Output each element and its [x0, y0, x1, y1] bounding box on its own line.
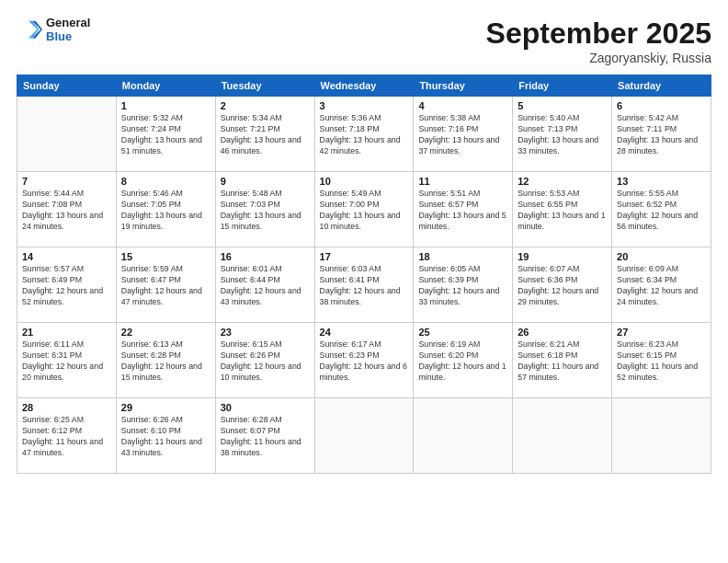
day-info: Sunrise: 6:01 AM Sunset: 6:44 PM Dayligh…	[221, 264, 310, 308]
calendar-cell: 3Sunrise: 5:36 AM Sunset: 7:18 PM Daylig…	[314, 97, 414, 172]
calendar-cell: 28Sunrise: 6:25 AM Sunset: 6:12 PM Dayli…	[17, 398, 117, 474]
calendar-cell: 15Sunrise: 5:59 AM Sunset: 6:47 PM Dayli…	[116, 247, 215, 323]
day-info: Sunrise: 6:13 AM Sunset: 6:28 PM Dayligh…	[121, 339, 210, 384]
calendar-cell: 1Sunrise: 5:32 AM Sunset: 7:24 PM Daylig…	[116, 97, 215, 172]
day-info: Sunrise: 6:23 AM Sunset: 6:15 PM Dayligh…	[617, 339, 706, 384]
day-number: 23	[221, 327, 310, 338]
col-sunday: Sunday	[17, 75, 117, 97]
col-saturday: Saturday	[612, 75, 711, 97]
calendar-cell: 29Sunrise: 6:26 AM Sunset: 6:10 PM Dayli…	[116, 398, 215, 474]
calendar-cell: 30Sunrise: 6:28 AM Sunset: 6:07 PM Dayli…	[215, 398, 314, 474]
calendar-cell: 13Sunrise: 5:55 AM Sunset: 6:52 PM Dayli…	[612, 172, 711, 247]
day-info: Sunrise: 6:11 AM Sunset: 6:31 PM Dayligh…	[22, 339, 111, 384]
day-number: 21	[22, 327, 111, 338]
day-info: Sunrise: 5:57 AM Sunset: 6:49 PM Dayligh…	[22, 264, 111, 308]
day-number: 17	[320, 251, 409, 262]
day-number: 9	[221, 176, 310, 187]
calendar-cell: 5Sunrise: 5:40 AM Sunset: 7:13 PM Daylig…	[513, 97, 612, 172]
day-number: 6	[617, 100, 706, 111]
calendar-table: Sunday Monday Tuesday Wednesday Thursday…	[17, 75, 711, 474]
day-number: 8	[121, 176, 210, 187]
calendar-cell: 17Sunrise: 6:03 AM Sunset: 6:41 PM Dayli…	[314, 247, 414, 323]
day-number: 1	[121, 100, 210, 111]
col-monday: Monday	[116, 75, 215, 97]
day-number: 3	[320, 100, 409, 111]
day-number: 26	[518, 327, 607, 338]
col-thursday: Thursday	[414, 75, 513, 97]
day-info: Sunrise: 5:38 AM Sunset: 7:16 PM Dayligh…	[418, 113, 507, 157]
calendar-cell: 24Sunrise: 6:17 AM Sunset: 6:23 PM Dayli…	[314, 323, 414, 398]
day-number: 10	[320, 176, 409, 187]
day-info: Sunrise: 6:07 AM Sunset: 6:36 PM Dayligh…	[518, 264, 607, 308]
calendar-cell: 18Sunrise: 6:05 AM Sunset: 6:39 PM Dayli…	[414, 247, 513, 323]
day-info: Sunrise: 6:17 AM Sunset: 6:23 PM Dayligh…	[320, 339, 409, 384]
day-number: 16	[221, 251, 310, 262]
title-block: September 2025 Zagoryanskiy, Russia	[486, 17, 711, 65]
day-number: 22	[121, 327, 210, 338]
calendar-week-4: 28Sunrise: 6:25 AM Sunset: 6:12 PM Dayli…	[17, 398, 711, 474]
day-info: Sunrise: 5:51 AM Sunset: 6:57 PM Dayligh…	[418, 189, 507, 233]
calendar-week-0: 1Sunrise: 5:32 AM Sunset: 7:24 PM Daylig…	[17, 97, 711, 172]
logo-text: General Blue	[46, 17, 90, 44]
calendar-cell: 21Sunrise: 6:11 AM Sunset: 6:31 PM Dayli…	[17, 323, 117, 398]
day-info: Sunrise: 6:03 AM Sunset: 6:41 PM Dayligh…	[320, 264, 409, 308]
day-number: 13	[617, 176, 706, 187]
day-info: Sunrise: 6:28 AM Sunset: 6:07 PM Dayligh…	[221, 415, 310, 459]
col-tuesday: Tuesday	[215, 75, 314, 97]
logo: General Blue	[17, 17, 90, 44]
calendar-cell	[513, 398, 612, 474]
day-info: Sunrise: 5:55 AM Sunset: 6:52 PM Dayligh…	[617, 189, 706, 233]
calendar-header-row: Sunday Monday Tuesday Wednesday Thursday…	[17, 75, 711, 97]
calendar-cell: 27Sunrise: 6:23 AM Sunset: 6:15 PM Dayli…	[612, 323, 711, 398]
day-info: Sunrise: 5:44 AM Sunset: 7:08 PM Dayligh…	[22, 189, 111, 233]
page: General Blue September 2025 Zagoryanskiy…	[0, 0, 728, 563]
location: Zagoryanskiy, Russia	[486, 51, 711, 65]
day-info: Sunrise: 6:26 AM Sunset: 6:10 PM Dayligh…	[121, 415, 210, 459]
day-number: 27	[617, 327, 706, 338]
day-number: 19	[518, 251, 607, 262]
header: General Blue September 2025 Zagoryanskiy…	[17, 17, 711, 65]
day-info: Sunrise: 6:15 AM Sunset: 6:26 PM Dayligh…	[221, 339, 310, 384]
day-info: Sunrise: 6:25 AM Sunset: 6:12 PM Dayligh…	[22, 415, 111, 459]
day-number: 11	[418, 176, 507, 187]
calendar-week-2: 14Sunrise: 5:57 AM Sunset: 6:49 PM Dayli…	[17, 247, 711, 323]
calendar-cell	[314, 398, 414, 474]
col-wednesday: Wednesday	[314, 75, 414, 97]
calendar-cell	[17, 97, 117, 172]
calendar-cell: 25Sunrise: 6:19 AM Sunset: 6:20 PM Dayli…	[414, 323, 513, 398]
day-number: 14	[22, 251, 111, 262]
calendar-cell: 23Sunrise: 6:15 AM Sunset: 6:26 PM Dayli…	[215, 323, 314, 398]
calendar-cell: 9Sunrise: 5:48 AM Sunset: 7:03 PM Daylig…	[215, 172, 314, 247]
day-number: 18	[418, 251, 507, 262]
day-info: Sunrise: 5:49 AM Sunset: 7:00 PM Dayligh…	[320, 189, 409, 233]
day-info: Sunrise: 6:09 AM Sunset: 6:34 PM Dayligh…	[617, 264, 706, 308]
calendar-cell: 4Sunrise: 5:38 AM Sunset: 7:16 PM Daylig…	[414, 97, 513, 172]
day-number: 4	[418, 100, 507, 111]
calendar-cell: 14Sunrise: 5:57 AM Sunset: 6:49 PM Dayli…	[17, 247, 117, 323]
calendar-cell	[414, 398, 513, 474]
day-info: Sunrise: 5:34 AM Sunset: 7:21 PM Dayligh…	[221, 113, 310, 157]
day-info: Sunrise: 5:53 AM Sunset: 6:55 PM Dayligh…	[518, 189, 607, 233]
day-number: 20	[617, 251, 706, 262]
calendar-cell: 6Sunrise: 5:42 AM Sunset: 7:11 PM Daylig…	[612, 97, 711, 172]
day-info: Sunrise: 5:40 AM Sunset: 7:13 PM Dayligh…	[518, 113, 607, 157]
day-info: Sunrise: 5:36 AM Sunset: 7:18 PM Dayligh…	[320, 113, 409, 157]
day-info: Sunrise: 5:59 AM Sunset: 6:47 PM Dayligh…	[121, 264, 210, 308]
day-number: 24	[320, 327, 409, 338]
col-friday: Friday	[513, 75, 612, 97]
day-number: 7	[22, 176, 111, 187]
day-info: Sunrise: 6:05 AM Sunset: 6:39 PM Dayligh…	[418, 264, 507, 308]
calendar-cell: 19Sunrise: 6:07 AM Sunset: 6:36 PM Dayli…	[513, 247, 612, 323]
calendar-cell: 20Sunrise: 6:09 AM Sunset: 6:34 PM Dayli…	[612, 247, 711, 323]
calendar-cell: 26Sunrise: 6:21 AM Sunset: 6:18 PM Dayli…	[513, 323, 612, 398]
calendar-cell: 12Sunrise: 5:53 AM Sunset: 6:55 PM Dayli…	[513, 172, 612, 247]
day-info: Sunrise: 5:32 AM Sunset: 7:24 PM Dayligh…	[121, 113, 210, 157]
calendar-cell: 11Sunrise: 5:51 AM Sunset: 6:57 PM Dayli…	[414, 172, 513, 247]
calendar-cell	[612, 398, 711, 474]
calendar-cell: 16Sunrise: 6:01 AM Sunset: 6:44 PM Dayli…	[215, 247, 314, 323]
calendar-week-3: 21Sunrise: 6:11 AM Sunset: 6:31 PM Dayli…	[17, 323, 711, 398]
day-number: 28	[22, 402, 111, 413]
day-number: 2	[221, 100, 310, 111]
day-info: Sunrise: 6:21 AM Sunset: 6:18 PM Dayligh…	[518, 339, 607, 384]
calendar-week-1: 7Sunrise: 5:44 AM Sunset: 7:08 PM Daylig…	[17, 172, 711, 247]
